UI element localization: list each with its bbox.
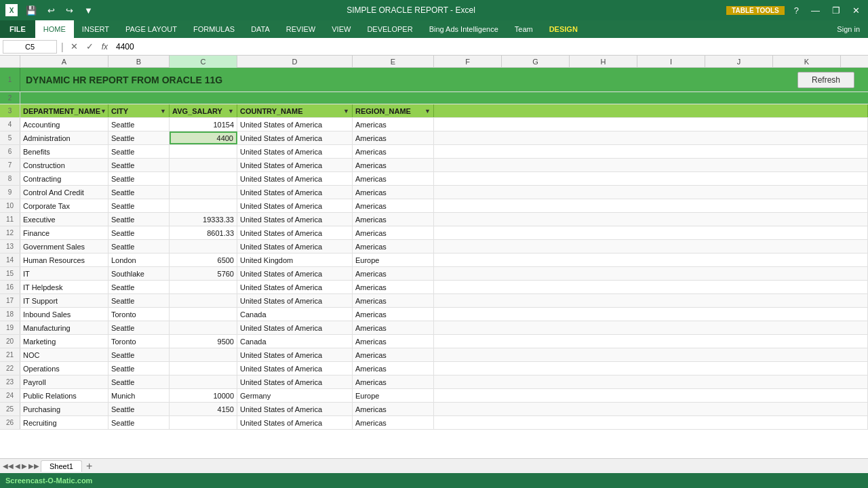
header-country[interactable]: COUNTRY_NAME ▼ (237, 104, 353, 117)
header-region[interactable]: REGION_NAME ▼ (353, 104, 434, 117)
cell-dept-7[interactable]: Construction (20, 159, 108, 171)
cell-salary-11[interactable]: 19333.33 (170, 213, 237, 226)
cell-region-7[interactable]: Americas (353, 159, 434, 171)
cell-city-16[interactable]: Seattle (108, 281, 170, 293)
cell-city-23[interactable]: Seattle (108, 375, 170, 388)
sheet-nav-next[interactable]: ▶ (22, 462, 27, 470)
cell-city-18[interactable]: Toronto (108, 308, 170, 321)
cell-dept-8[interactable]: Contracting (20, 172, 108, 185)
cell-dept-21[interactable]: NOC (20, 348, 108, 361)
cell-country-17[interactable]: United States of America (237, 294, 353, 307)
help-button[interactable]: ? (791, 4, 802, 17)
col-header-k[interactable]: K (773, 56, 841, 68)
cell-city-10[interactable]: Seattle (108, 199, 170, 212)
cell-country-25[interactable]: United States of America (237, 403, 353, 415)
cell-salary-16[interactable] (170, 281, 237, 293)
cell-city-13[interactable]: Seattle (108, 240, 170, 253)
cell-city-26[interactable]: Seattle (108, 416, 170, 429)
col-header-l[interactable]: L (841, 56, 868, 68)
col-header-f[interactable]: F (434, 56, 502, 68)
sheet-nav-first[interactable]: ◀◀ (3, 462, 14, 470)
minimize-button[interactable]: — (808, 4, 823, 17)
sheet-tab-1[interactable]: Sheet1 (41, 460, 82, 472)
cell-dept-22[interactable]: Operations (20, 362, 108, 375)
customize-button[interactable]: ▼ (81, 4, 96, 17)
cell-region-4[interactable]: Americas (353, 118, 434, 131)
cell-salary-15[interactable]: 5760 (170, 267, 237, 280)
cell-city-6[interactable]: Seattle (108, 145, 170, 158)
confirm-formula-button[interactable]: ✓ (83, 40, 96, 53)
cell-region-11[interactable]: Americas (353, 213, 434, 226)
sheet-nav-last[interactable]: ▶▶ (28, 462, 39, 470)
cell-salary-22[interactable] (170, 362, 237, 375)
cell-country-21[interactable]: United States of America (237, 348, 353, 361)
cell-country-4[interactable]: United States of America (237, 118, 353, 131)
cell-dept-9[interactable]: Control And Credit (20, 186, 108, 199)
cell-salary-13[interactable] (170, 240, 237, 253)
cell-region-22[interactable]: Americas (353, 362, 434, 375)
cell-dept-15[interactable]: IT (20, 267, 108, 280)
cell-country-19[interactable]: United States of America (237, 321, 353, 334)
cell-region-12[interactable]: Americas (353, 226, 434, 239)
cell-country-18[interactable]: Canada (237, 308, 353, 321)
tab-file[interactable]: FILE (0, 20, 35, 38)
cell-region-24[interactable]: Europe (353, 389, 434, 402)
col-header-h[interactable]: H (570, 56, 637, 68)
cell-country-5[interactable]: United States of America (237, 131, 353, 144)
cell-country-12[interactable]: United States of America (237, 226, 353, 239)
filter-salary-icon[interactable]: ▼ (228, 108, 234, 115)
cell-salary-20[interactable]: 9500 (170, 335, 237, 348)
cell-dept-25[interactable]: Purchasing (20, 403, 108, 415)
cell-dept-16[interactable]: IT Helpdesk (20, 281, 108, 293)
formula-input[interactable] (113, 42, 865, 52)
cell-region-18[interactable]: Americas (353, 308, 434, 321)
cell-dept-20[interactable]: Marketing (20, 335, 108, 348)
cell-city-22[interactable]: Seattle (108, 362, 170, 375)
cell-salary-17[interactable] (170, 294, 237, 307)
cell-city-17[interactable]: Seattle (108, 294, 170, 307)
cell-city-7[interactable]: Seattle (108, 159, 170, 171)
col-header-a[interactable]: A (20, 56, 108, 68)
cell-salary-4[interactable]: 10154 (170, 118, 237, 131)
cell-region-23[interactable]: Americas (353, 375, 434, 388)
tab-page-layout[interactable]: PAGE LAYOUT (117, 20, 185, 38)
cell-country-22[interactable]: United States of America (237, 362, 353, 375)
cell-dept-19[interactable]: Manufacturing (20, 321, 108, 334)
cell-region-19[interactable]: Americas (353, 321, 434, 334)
col-header-c[interactable]: C (170, 56, 237, 68)
undo-button[interactable]: ↩ (45, 4, 58, 17)
sign-in-label[interactable]: Sign in (837, 25, 860, 33)
cell-country-15[interactable]: United States of America (237, 267, 353, 280)
tab-formulas[interactable]: FORMULAS (185, 20, 243, 38)
header-city[interactable]: CITY ▼ (108, 104, 170, 117)
cell-country-13[interactable]: United States of America (237, 240, 353, 253)
cell-country-24[interactable]: Germany (237, 389, 353, 402)
cell-salary-25[interactable]: 4150 (170, 403, 237, 415)
cell-salary-18[interactable] (170, 308, 237, 321)
restore-button[interactable]: ❐ (829, 4, 843, 17)
cell-region-8[interactable]: Americas (353, 172, 434, 185)
cell-dept-12[interactable]: Finance (20, 226, 108, 239)
cell-region-25[interactable]: Americas (353, 403, 434, 415)
header-avg-salary[interactable]: AVG_SALARY ▼ (170, 104, 237, 117)
tab-developer[interactable]: DEVELOPER (359, 20, 420, 38)
cell-city-19[interactable]: Seattle (108, 321, 170, 334)
col-header-j[interactable]: J (705, 56, 773, 68)
redo-button[interactable]: ↪ (63, 4, 76, 17)
cell-salary-21[interactable] (170, 348, 237, 361)
cell-dept-10[interactable]: Corporate Tax (20, 199, 108, 212)
cell-salary-10[interactable] (170, 199, 237, 212)
sheet-nav-prev[interactable]: ◀ (15, 462, 20, 470)
col-header-e[interactable]: E (353, 56, 434, 68)
filter-dept-icon[interactable]: ▼ (100, 108, 106, 115)
cell-region-6[interactable]: Americas (353, 145, 434, 158)
cell-dept-6[interactable]: Benefits (20, 145, 108, 158)
cell-dept-23[interactable]: Payroll (20, 375, 108, 388)
cell-city-15[interactable]: Southlake (108, 267, 170, 280)
cell-salary-14[interactable]: 6500 (170, 253, 237, 266)
col-header-g[interactable]: G (502, 56, 570, 68)
cell-country-9[interactable]: United States of America (237, 186, 353, 199)
tab-design[interactable]: DESIGN (541, 20, 586, 38)
cell-dept-17[interactable]: IT Support (20, 294, 108, 307)
cell-country-16[interactable]: United States of America (237, 281, 353, 293)
